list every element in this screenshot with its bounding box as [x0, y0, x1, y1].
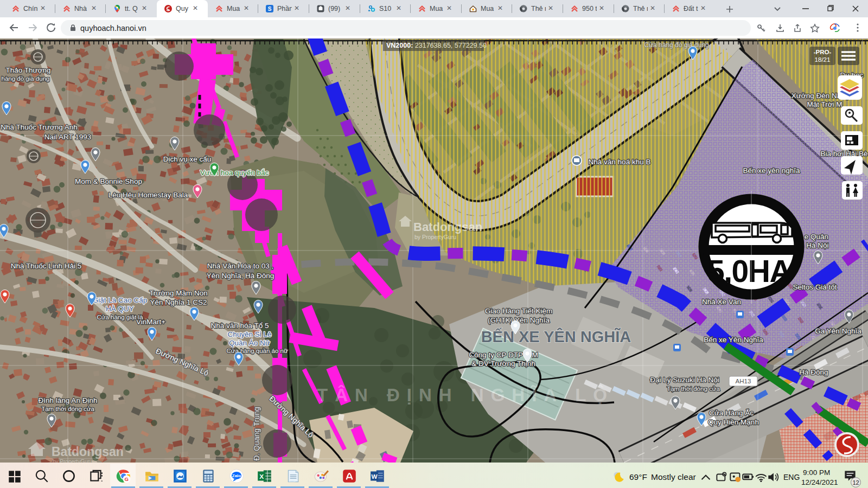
svg-text:Cửa hàng giặt là: Cửa hàng giặt là — [97, 314, 143, 320]
svg-text:TÂN ĐỊNH NGHĨA LỘ: TÂN ĐỊNH NGHĨA LỘ — [317, 384, 614, 405]
svg-text:by PropertyGuru: by PropertyGuru — [414, 234, 456, 240]
svg-text:Lêu Hêu Homestay Bala: Lêu Hêu Homestay Bala — [108, 191, 188, 199]
svg-text:Nhà Thuốc Linh Hải 5: Nhà Thuốc Linh Hải 5 — [11, 262, 81, 270]
svg-text:Thảo Thượng: Thảo Thượng — [6, 66, 51, 74]
svg-text:Nhà văn hóa Tổ 5: Nhà văn hóa Tổ 5 — [210, 322, 269, 330]
svg-text:G: G — [125, 476, 129, 482]
svg-text:e Quân: e Quân — [805, 233, 828, 241]
svg-text:Nhà Văn Hóa to 03 ,: Nhà Văn Hóa to 03 , — [207, 262, 273, 270]
svg-text:X: X — [259, 473, 264, 480]
svg-text:18/21: 18/21 — [815, 56, 831, 63]
svg-text:Mom & Bonnie Shop: Mom & Bonnie Shop — [75, 177, 142, 185]
svg-text:Zalo: Zalo — [232, 473, 241, 478]
svg-text:Nhà Thuốc Trương Anh: Nhà Thuốc Trương Anh — [1, 123, 77, 131]
svg-text:VN2000: 2317638.65, 577229.50: VN2000: 2317638.65, 577229.50 — [386, 42, 487, 49]
svg-text:Yên Nghĩa, Hà Đông: Yên Nghĩa, Hà Đông — [207, 272, 275, 280]
svg-text:5,0HA: 5,0HA — [707, 254, 791, 288]
svg-text:Đ. Quang Trung: Đ. Quang Trung — [252, 407, 261, 461]
svg-text:Batdongsan: Batdongsan — [413, 220, 482, 234]
svg-text:Giao Hàng Tiết Kiệm: Giao Hàng Tiết Kiệm — [485, 307, 553, 315]
svg-text:AH13: AH13 — [736, 378, 751, 384]
svg-text:by PropertyGuru: by PropertyGuru — [53, 459, 92, 463]
svg-text:Nhà Xe Van: Nhà Xe Van — [702, 298, 741, 306]
svg-text:Giặt Là Cao Cấp: Giặt Là Cao Cấp — [93, 296, 148, 304]
svg-text:S: S — [268, 6, 272, 12]
svg-text:Đình làng An Định: Đình làng An Định — [39, 396, 98, 404]
svg-text:& DV Trường Thịnh: & DV Trường Thịnh — [471, 359, 535, 368]
svg-text:Tạm thời đóng cửa: Tạm thời đóng cửa — [41, 406, 94, 412]
svg-text:Yên Nghĩa 1 CS2: Yên Nghĩa 1 CS2 — [150, 298, 207, 306]
svg-text:Cửa hàng đồ gia dụng: Cửa hàng đồ gia dụng — [644, 41, 709, 49]
svg-text:Ga Yên Nghĩa: Ga Yên Nghĩa — [815, 327, 861, 335]
svg-text:Bến xe yên nghĩa: Bến xe yên nghĩa — [743, 166, 800, 175]
svg-text:Chuyên Sỉ Lẻ: Chuyên Sỉ Lẻ — [227, 330, 271, 338]
svg-text:Hà Đông: Hà Đông — [799, 368, 828, 376]
svg-text:Quy Hiền Mạnh: Quy Hiền Mạnh — [708, 418, 759, 426]
svg-text:Cửa Hàng Ắc: Cửa Hàng Ắc — [709, 409, 754, 417]
svg-text:Tạm thời đóng cửa: Tạm thời đóng cửa — [667, 386, 720, 392]
svg-text:Bến xe Yên Nghĩa: Bến xe Yên Nghĩa — [704, 336, 763, 344]
svg-text:Nail ART 1993: Nail ART 1993 — [44, 133, 92, 141]
svg-text:Dịch vụ xe cẩu: Dịch vụ xe cẩu — [163, 155, 212, 163]
svg-text:Mặt Trời M: Mặt Trời M — [807, 100, 842, 108]
svg-text:Seltos Giá tốt: Seltos Giá tốt — [793, 283, 837, 291]
svg-text:-PRO-: -PRO- — [814, 49, 832, 55]
svg-text:Quần Áo Nữ: Quần Áo Nữ — [229, 339, 270, 347]
svg-text:hàng đồ gia dụng: hàng đồ gia dụng — [2, 75, 50, 82]
svg-text:Đại Lý Suzuki Hà Nội: Đại Lý Suzuki Hà Nội — [650, 376, 719, 384]
svg-text:BẾN XE YÊN NGHĨA: BẾN XE YÊN NGHĨA — [481, 328, 631, 345]
svg-text:HÀ QUY: HÀ QUY — [106, 305, 134, 313]
svg-text:Trường Mầm Non: Trường Mầm Non — [149, 289, 207, 297]
svg-text:Hà Nội: Hà Nội — [806, 241, 828, 249]
svg-text:W: W — [372, 473, 378, 480]
svg-text:Batdongsan: Batdongsan — [52, 445, 124, 459]
svg-text:Nhà văn hoá khu B: Nhà văn hoá khu B — [589, 158, 651, 166]
